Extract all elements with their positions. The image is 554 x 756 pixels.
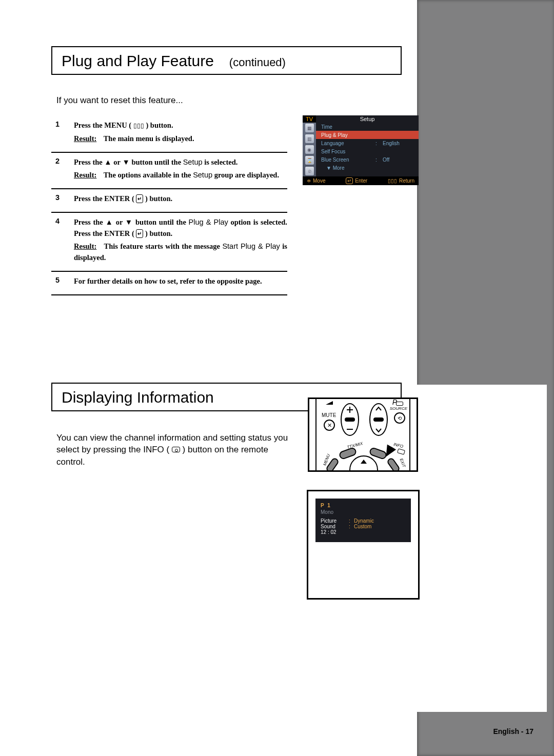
chevron-down-icon xyxy=(375,428,382,433)
k: Sound xyxy=(321,524,349,529)
source-label: SOURCE xyxy=(390,406,407,411)
result-label: Result: xyxy=(74,134,96,143)
step-row: 4 Press the ▲ or ▼ button until the Plug… xyxy=(51,213,287,272)
step-row: 2 Press the ▲ or ▼ button until the Setu… xyxy=(51,153,287,190)
osd-item: Time xyxy=(316,123,419,131)
menu-icon: ▯▯▯ xyxy=(133,121,144,130)
page-number: English - 17 xyxy=(493,727,533,735)
info-osd-row: 12 : 02 xyxy=(321,529,406,535)
mute-button: ✕ xyxy=(324,420,335,431)
osd-foot-enter: ↵ Enter xyxy=(346,177,367,184)
osd-v: Off xyxy=(383,157,413,163)
t: ( xyxy=(130,194,136,203)
k: Picture xyxy=(321,518,349,524)
c: : xyxy=(349,518,354,524)
minus-icon xyxy=(346,426,353,433)
t: ( xyxy=(127,121,133,129)
t: Press the xyxy=(74,194,104,203)
section1-title: Plug and Play Feature xyxy=(62,52,214,70)
osd-k: Plug & Play xyxy=(321,132,413,138)
result-label: Result: xyxy=(74,171,96,179)
t: INFO xyxy=(143,445,164,454)
up-icon: ▲ xyxy=(104,158,111,166)
t: ENTER xyxy=(104,229,130,237)
k: 12 : 02 xyxy=(321,529,349,535)
c: : xyxy=(349,524,354,529)
section1-intro: If you want to reset this feature... xyxy=(56,95,402,106)
step-num: 3 xyxy=(51,193,60,207)
osd-footer: ≑ Move ↵ Enter ▯▯▯ Return xyxy=(303,176,419,185)
chevron-up-icon xyxy=(375,406,382,411)
t: button until the xyxy=(133,218,188,226)
osd-c: : xyxy=(375,141,379,146)
step-body: Press the ENTER ( ↵ ) button. xyxy=(74,193,287,207)
osd-list: Time Plug & Play Language : English Self… xyxy=(316,123,419,176)
osd-item-selected: Plug & Play xyxy=(316,131,419,139)
info-osd-mono: Mono xyxy=(321,509,406,515)
osd-side-icons: ▦ ▥ ◉ ⌛ ⎚ xyxy=(303,123,316,176)
enter-icon: ↵ xyxy=(136,229,143,238)
result-label: Result: xyxy=(74,242,96,250)
vol-up-icon xyxy=(326,401,333,405)
t: For further details on how to set, refer… xyxy=(74,276,287,287)
step-body: Press the ▲ or ▼ button until the Setup … xyxy=(74,157,287,184)
osd-icon: ◉ xyxy=(305,145,314,154)
section2-intro: You can view the channel information and… xyxy=(56,432,298,468)
osd-foot-return: ▯▯▯ Return xyxy=(388,177,414,184)
step-row: 1 Press the MENU ( ▯▯▯ ) button. Result:… xyxy=(51,116,287,153)
volume-rocker xyxy=(341,403,359,436)
t: ( xyxy=(164,445,172,454)
info-osd-inner: P 1 Mono Picture : Dynamic Sound : Custo… xyxy=(315,499,411,542)
t: Setup xyxy=(183,158,203,166)
step-num: 4 xyxy=(51,217,60,266)
osd-c: : xyxy=(375,157,379,163)
source-button: ⟲ xyxy=(394,412,405,424)
osd-v: English xyxy=(383,141,413,146)
down-icon: ▼ xyxy=(122,158,129,166)
t: Enter xyxy=(355,178,367,184)
t: Plug & Play xyxy=(189,218,228,226)
page-content: Plug and Play Feature (continued) If you… xyxy=(0,0,417,756)
osd-k: ▼ More xyxy=(326,165,413,171)
step-row: 3 Press the ENTER ( ↵ ) button. xyxy=(51,189,287,213)
info-osd-row: Sound : Custom xyxy=(321,524,406,529)
page-white-overlay xyxy=(417,385,547,712)
step-num: 5 xyxy=(51,276,60,289)
t: button until the xyxy=(130,158,183,166)
remote-illustration: P MUTE ✕ SOURCE ⟲ TTX/MIX INFO MENU EXIT xyxy=(308,397,418,472)
channel-rocker xyxy=(369,403,388,436)
t: or xyxy=(113,218,125,226)
t: ) button. xyxy=(143,194,172,203)
step-num: 1 xyxy=(51,120,60,147)
section2-title: Displaying Information xyxy=(62,389,214,406)
setup-osd: TV Setup ▦ ▥ ◉ ⌛ ⎚ Time Plug & Play Lang… xyxy=(303,115,419,185)
osd-icon: ⌛ xyxy=(305,156,314,165)
osd-item: Blue Screen : Off xyxy=(316,155,419,164)
info-icon xyxy=(172,447,180,452)
t: Press the xyxy=(74,218,106,226)
osd-icon: ▥ xyxy=(305,134,314,143)
v: Custom xyxy=(354,524,371,529)
t: or xyxy=(112,158,123,166)
osd-k: Blue Screen xyxy=(321,157,371,163)
t: MENU xyxy=(104,121,127,129)
step-body: Press the MENU ( ▯▯▯ ) button. Result: T… xyxy=(74,120,287,147)
info-osd-row: Picture : Dynamic xyxy=(321,518,406,524)
enter-icon: ↵ xyxy=(136,194,143,203)
osd-item-more: ▼ More xyxy=(316,164,419,172)
section1-header: Plug and Play Feature (continued) xyxy=(51,46,402,75)
up-icon: ▲ xyxy=(106,218,113,226)
t: Press the xyxy=(74,121,104,129)
t: This feature starts with the message xyxy=(104,242,223,250)
t: Setup xyxy=(193,171,212,179)
osd-item: Language : English xyxy=(316,139,419,147)
t: ) button. xyxy=(143,229,172,237)
step-body: Press the ▲ or ▼ button until the Plug &… xyxy=(74,217,287,266)
steps-table: 1 Press the MENU ( ▯▯▯ ) button. Result:… xyxy=(51,116,287,295)
t: ( xyxy=(130,229,136,237)
step-body: For further details on how to set, refer… xyxy=(74,276,287,289)
v: Dynamic xyxy=(354,518,374,524)
osd-k: Time xyxy=(321,124,413,130)
t: ) button. xyxy=(144,121,173,129)
info-osd: P 1 Mono Picture : Dynamic Sound : Custo… xyxy=(307,490,420,600)
